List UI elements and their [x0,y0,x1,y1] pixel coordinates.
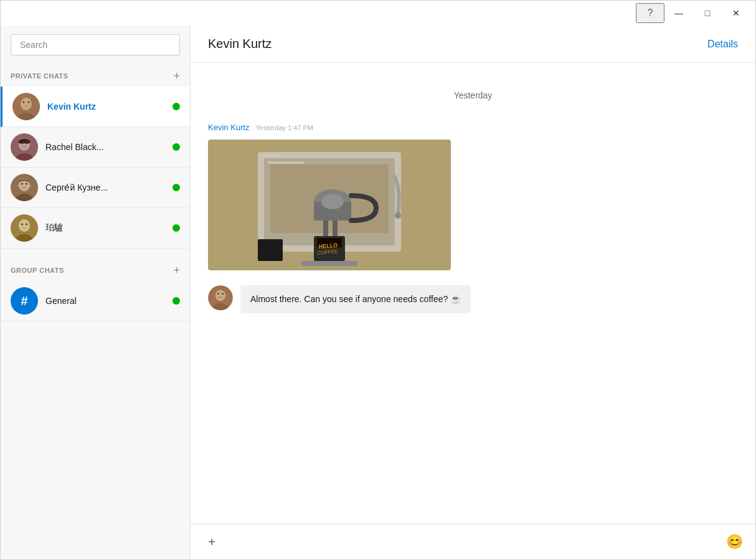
avatar-kevin-kurtz [12,93,40,120]
main-layout: PRIVATE CHATS + [1,26,755,559]
search-container [1,26,190,64]
app-window: ? — □ ✕ PRIVATE CHATS + [0,0,756,560]
chat-header-name: Kevin Kurtz [208,37,272,51]
svg-point-23 [26,224,27,225]
chat-item-rachel-black[interactable]: Rachel Black... [1,127,190,168]
svg-point-10 [21,143,23,145]
sidebar: PRIVATE CHATS + [1,26,191,559]
chat-item-bo-lu[interactable]: 珀驢 [1,208,190,249]
add-private-chat-button[interactable]: + [173,70,180,82]
group-chats-title: GROUP CHATS [11,267,64,274]
group-chats-list: # General [1,281,190,321]
status-dot-kevin-kurtz [172,103,180,110]
details-link[interactable]: Details [707,39,738,50]
svg-rect-31 [333,221,338,236]
private-chats-section-header: PRIVATE CHATS + [1,64,190,87]
svg-rect-38 [267,161,305,164]
avatar-bo-lu [11,214,38,242]
maximize-button[interactable]: □ [693,3,722,23]
chat-area: Kevin Kurtz Details Yesterday Kevin Kurt… [191,26,755,559]
chat-item-sergey[interactable]: Серге́й Кузне... [1,168,190,208]
minimize-button[interactable]: — [664,3,693,23]
help-button[interactable]: ? [636,3,664,23]
chat-name-sergey: Серге́й Кузне... [45,183,172,192]
svg-rect-35 [301,261,357,266]
svg-rect-30 [323,221,328,236]
coffee-machine-image: HELLO COFFEE [208,140,451,270]
group-chats-section-header: GROUP CHATS + [1,259,190,281]
attach-button[interactable]: + [201,531,223,553]
add-group-chat-button[interactable]: + [173,265,180,276]
chat-item-general[interactable]: # General [1,281,190,321]
close-button[interactable]: ✕ [722,3,750,23]
message-group: Kevin Kurtz Yesterday 1:47 PM [208,123,738,270]
svg-rect-37 [258,239,283,261]
emoji-button[interactable]: 😊 [723,531,745,553]
svg-point-34 [321,194,344,209]
svg-point-46 [217,293,219,295]
chat-name-bo-lu: 珀驢 [45,222,172,234]
svg-point-45 [216,290,225,300]
svg-point-4 [23,102,25,103]
avatar-rachel-black [11,133,38,161]
chat-header: Kevin Kurtz Details [191,26,755,63]
message-sender: Kevin Kurtz [208,123,249,132]
message-main: Kevin Kurtz Yesterday 1:47 PM [208,123,451,270]
private-chats-list: Kevin Kurtz [1,87,190,249]
message-image: HELLO COFFEE [208,140,451,270]
svg-point-36 [395,212,401,219]
status-dot-bo-lu [172,224,180,232]
bubble-sender-avatar [208,285,233,310]
svg-point-3 [21,98,31,108]
message-time: Yesterday 1:47 PM [255,124,313,131]
status-dot-general [172,297,180,305]
svg-point-16 [21,183,23,185]
message-content: Kevin Kurtz Yesterday 1:47 PM [208,123,738,270]
message-input[interactable] [229,533,717,551]
avatar-sergey [11,174,38,201]
input-area: + 😊 [191,524,755,559]
svg-point-22 [21,224,23,225]
title-bar: ? — □ ✕ [1,1,755,26]
bubble-text: Almost there. Can you see if anyone need… [240,285,471,313]
message-meta: Kevin Kurtz Yesterday 1:47 PM [208,123,313,132]
svg-point-47 [222,293,224,295]
chat-name-kevin-kurtz: Kevin Kurtz [47,102,172,112]
date-separator: Yesterday [208,90,738,100]
avatar-general: # [11,287,38,315]
chat-name-general: General [45,296,172,306]
messages-area: Yesterday Kevin Kurtz Yesterday 1:47 PM [191,63,755,524]
svg-point-17 [26,183,27,185]
status-dot-rachel-black [172,143,180,151]
bubble-message-group: Almost there. Can you see if anyone need… [208,285,738,313]
chat-name-rachel-black: Rachel Black... [45,142,172,152]
status-dot-sergey [172,184,180,191]
private-chats-title: PRIVATE CHATS [11,72,69,80]
svg-point-5 [28,102,30,103]
svg-rect-39 [261,155,280,156]
chat-item-kevin-kurtz[interactable]: Kevin Kurtz [1,87,190,127]
svg-point-11 [26,143,27,145]
search-input[interactable] [11,34,180,55]
